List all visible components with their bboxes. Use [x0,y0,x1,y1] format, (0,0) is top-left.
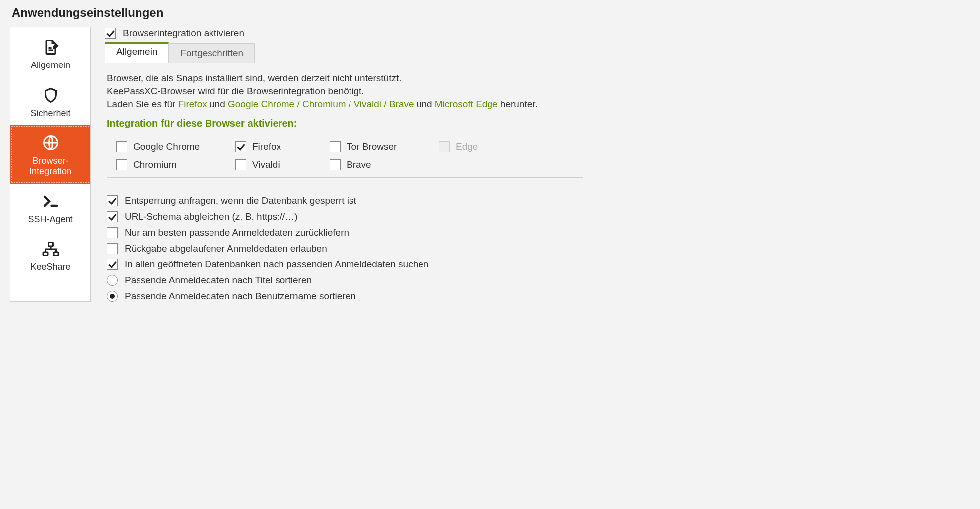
info-need: KeePassXC-Browser wird für die Browserin… [107,86,980,97]
svg-rect-1 [48,243,53,247]
browser-integration-options: Entsperrung anfragen, wenn die Datenbank… [107,195,980,302]
sidebar-item-browser-integration[interactable]: Browser- Integration [10,125,90,183]
info-snaps: Browser, die als Snaps installiert sind,… [107,73,980,84]
checkbox-edge [439,141,450,152]
checkbox-request-unlock[interactable] [107,195,118,206]
radio-sort-by-username[interactable] [107,291,118,302]
label-chromium: Chromium [133,159,177,170]
enable-browser-integration-checkbox[interactable] [105,28,116,39]
checkbox-allow-expired[interactable] [107,243,118,254]
checkbox-firefox[interactable] [235,141,246,152]
label-brave: Brave [347,159,371,170]
settings-content: Browserintegration aktivieren Allgemein … [91,27,980,302]
globe-icon [42,134,60,152]
info-download: Laden Sie es für Firefox und Google Chro… [107,99,980,110]
tab-advanced[interactable]: Fortgeschritten [169,43,255,63]
label-tor: Tor Browser [347,141,397,152]
checkbox-search-all-databases[interactable] [107,259,118,270]
browser-integration-tabstrip: Allgemein Fortgeschritten [105,42,980,63]
sidebar-item-ssh-agent[interactable]: SSH-Agent [10,184,90,232]
network-icon [42,240,60,258]
label-sort-by-title: Passende Anmeldedaten nach Titel sortier… [125,275,312,286]
checkbox-match-url-scheme[interactable] [107,211,118,222]
label-chrome: Google Chrome [133,141,200,152]
sidebar-item-general[interactable]: Allgemein [10,29,90,77]
checkbox-vivaldi[interactable] [235,159,246,170]
sidebar-item-label: Browser- Integration [29,156,71,176]
checkbox-tor[interactable] [330,141,341,152]
link-chrome[interactable]: Google Chrome / Chromium / Vivaldi / Bra… [228,99,414,109]
label-match-url-scheme: URL-Schema abgleichen (z. B. https://…) [125,211,297,222]
label-vivaldi: Vivaldi [252,159,280,170]
sidebar-item-keeshare[interactable]: KeeShare [10,231,90,279]
label-firefox: Firefox [252,141,281,152]
sidebar-item-label: Allgemein [31,60,70,70]
svg-rect-3 [54,252,58,256]
checkbox-brave[interactable] [330,159,341,170]
sidebar-item-label: KeeShare [30,262,70,272]
label-search-all-databases: In allen geöffneten Datenbanken nach pas… [125,259,428,270]
terminal-icon [42,192,60,210]
label-request-unlock: Entsperrung anfragen, wenn die Datenbank… [125,195,356,206]
label-edge: Edge [456,141,478,152]
link-edge[interactable]: Microsoft Edge [435,99,498,109]
sidebar-item-security[interactable]: Sicherheit [10,77,90,126]
settings-sidebar: Allgemein Sicherheit Browser- Integratio… [10,27,91,302]
svg-rect-2 [43,252,48,256]
label-best-matching-only: Nur am besten passende Anmeldedaten zurü… [125,227,349,238]
label-allow-expired: Rückgabe abgelaufener Anmeldedaten erlau… [125,243,327,254]
shield-icon [42,86,60,104]
page-title: Anwendungseinstellungen [12,6,980,20]
checkbox-best-matching-only[interactable] [107,227,118,238]
checkbox-chrome[interactable] [116,141,127,152]
document-edit-icon [42,38,60,56]
label-sort-by-username: Passende Anmeldedaten nach Benutzername … [125,291,356,302]
sidebar-item-label: Sicherheit [30,108,70,119]
link-firefox[interactable]: Firefox [178,99,207,109]
sidebar-item-label: SSH-Agent [28,214,72,225]
radio-sort-by-title[interactable] [107,275,118,286]
checkbox-chromium[interactable] [116,159,127,170]
section-enable-browsers: Integration für diese Browser aktivieren… [107,118,980,129]
tab-general[interactable]: Allgemein [105,42,169,63]
info-text: Browser, die als Snaps installiert sind,… [107,73,980,110]
browser-selection-group: Google Chrome Firefox Tor Browser Edge C… [107,134,583,178]
enable-browser-integration-label: Browserintegration aktivieren [123,28,244,39]
